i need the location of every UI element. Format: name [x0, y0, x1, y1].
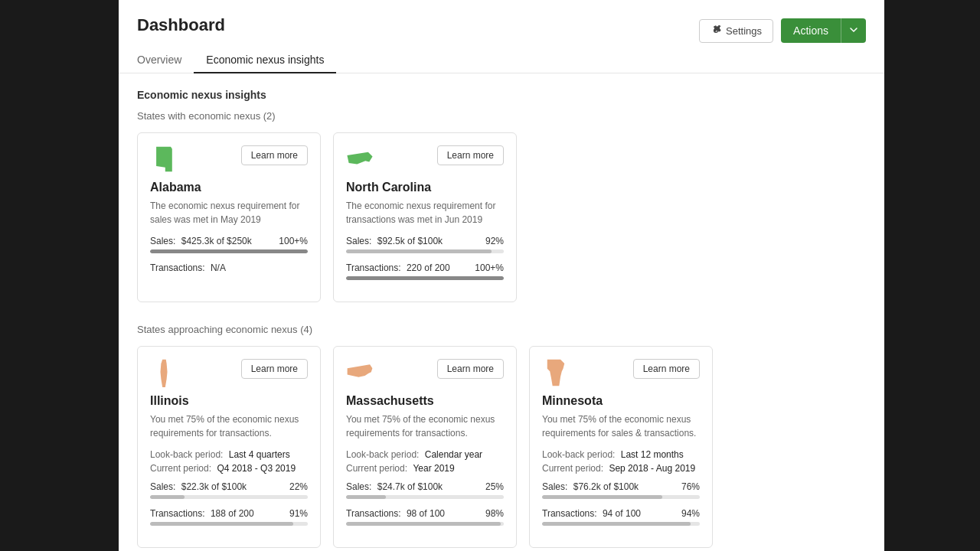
mass-sales-pct: 25%: [485, 481, 504, 492]
alabama-learn-more-button[interactable]: Learn more: [241, 145, 308, 165]
card-nc-header: Learn more: [346, 145, 504, 173]
alabama-trans-row: Transactions: N/A: [150, 262, 308, 273]
mass-name: Massachusetts: [346, 394, 504, 408]
nc-state-icon: [346, 145, 374, 173]
actions-dropdown-button[interactable]: [841, 18, 866, 43]
nc-trans-row: Transactions: 220 of 200 100+%: [346, 262, 504, 273]
nexus-cards-grid: Learn more Alabama The economic nexus re…: [137, 132, 866, 302]
mass-sales-fill: [346, 495, 386, 499]
header-actions: Settings Actions: [699, 15, 866, 43]
mn-trans-progress: [542, 522, 700, 526]
card-alabama-header: Learn more: [150, 145, 308, 173]
illinois-trans-row: Transactions: 188 of 200 91%: [150, 508, 308, 519]
illinois-trans-label: Transactions: 188 of 200: [150, 508, 254, 519]
actions-button[interactable]: Actions: [781, 18, 841, 43]
mn-trans-fill: [542, 522, 691, 526]
mass-trans-pct: 98%: [485, 508, 504, 519]
mn-learn-more-button[interactable]: Learn more: [633, 359, 700, 379]
chevron-down-icon: [849, 25, 858, 34]
mass-state-icon: [346, 359, 374, 386]
alabama-state-icon: [150, 145, 178, 173]
header: Dashboard Overview Economic nexus insigh…: [119, 0, 884, 73]
mass-trans-fill: [346, 522, 501, 526]
header-left: Dashboard Overview Economic nexus insigh…: [137, 15, 699, 73]
alabama-sales-progress: [150, 249, 308, 253]
nc-sales-progress: [346, 249, 504, 253]
mn-current: Current period: Sep 2018 - Aug 2019: [542, 463, 700, 474]
gear-icon: [710, 25, 721, 36]
illinois-sales-progress: [150, 495, 308, 499]
mass-learn-more-button[interactable]: Learn more: [437, 359, 504, 379]
card-illinois: Learn more Illinois You met 75% of the e…: [137, 346, 321, 548]
card-north-carolina: Learn more North Carolina The economic n…: [333, 132, 517, 302]
card-minnesota: Learn more Minnesota You met 75% of the …: [529, 346, 713, 548]
nc-desc: The economic nexus requirement for trans…: [346, 199, 504, 227]
mn-trans-row: Transactions: 94 of 100 94%: [542, 508, 700, 519]
mass-desc: You met 75% of the economic nexus requir…: [346, 412, 504, 440]
alabama-trans-label: Transactions: N/A: [150, 262, 226, 273]
card-mass-header: Learn more: [346, 359, 504, 386]
mn-sales-fill: [542, 495, 662, 499]
mass-trans-row: Transactions: 98 of 100 98%: [346, 508, 504, 519]
mass-sales-row: Sales: $24.7k of $100k 25%: [346, 481, 504, 492]
card-massachusetts: Learn more Massachusetts You met 75% of …: [333, 346, 517, 548]
nc-sales-fill: [346, 249, 492, 253]
minnesota-state-icon: [542, 359, 570, 386]
nc-sales-pct: 92%: [485, 236, 504, 246]
nc-trans-label: Transactions: 220 of 200: [346, 262, 450, 273]
alabama-sales-fill: [150, 249, 308, 253]
tab-economic-nexus[interactable]: Economic nexus insights: [194, 47, 336, 73]
nc-trans-progress: [346, 276, 504, 280]
illinois-learn-more-button[interactable]: Learn more: [241, 359, 308, 379]
mass-lookback: Look-back period: Calendar year: [346, 449, 504, 460]
nc-learn-more-button[interactable]: Learn more: [437, 145, 504, 165]
settings-label: Settings: [726, 25, 762, 37]
mn-trans-label: Transactions: 94 of 100: [542, 508, 641, 519]
mn-sales-pct: 76%: [681, 481, 700, 492]
alabama-name: Alabama: [150, 181, 308, 194]
illinois-trans-progress: [150, 522, 308, 526]
alabama-desc: The economic nexus requirement for sales…: [150, 199, 308, 227]
approaching-cards-grid: Learn more Illinois You met 75% of the e…: [137, 346, 866, 551]
mn-name: Minnesota: [542, 394, 700, 408]
illinois-lookback: Look-back period: Last 4 quarters: [150, 449, 308, 460]
tab-overview[interactable]: Overview: [137, 47, 194, 73]
nc-sales-label: Sales: $92.5k of $100k: [346, 236, 443, 246]
mn-trans-pct: 94%: [681, 508, 700, 519]
alabama-sales-label: Sales: $425.3k of $250k: [150, 236, 252, 246]
illinois-trans-fill: [150, 522, 293, 526]
card-illinois-header: Learn more: [150, 359, 308, 386]
tabs: Overview Economic nexus insights: [137, 47, 699, 73]
mn-sales-progress: [542, 495, 700, 499]
illinois-desc: You met 75% of the economic nexus requir…: [150, 412, 308, 440]
mn-lookback: Look-back period: Last 12 months: [542, 449, 700, 460]
card-alabama: Learn more Alabama The economic nexus re…: [137, 132, 321, 302]
mass-current: Current period: Year 2019: [346, 463, 504, 474]
illinois-sales-label: Sales: $22.3k of $100k: [150, 481, 247, 492]
mass-sales-label: Sales: $24.7k of $100k: [346, 481, 443, 492]
nc-name: North Carolina: [346, 181, 504, 194]
nc-sales-row: Sales: $92.5k of $100k 92%: [346, 236, 504, 246]
illinois-sales-row: Sales: $22.3k of $100k 22%: [150, 481, 308, 492]
illinois-sales-fill: [150, 495, 185, 499]
main-section-title: Economic nexus insights: [137, 89, 866, 101]
alabama-sales-pct: 100+%: [279, 236, 308, 246]
illinois-trans-pct: 91%: [289, 508, 308, 519]
nc-trans-fill: [346, 276, 504, 280]
mn-sales-row: Sales: $76.2k of $100k 76%: [542, 481, 700, 492]
mass-sales-progress: [346, 495, 504, 499]
illinois-sales-pct: 22%: [289, 481, 308, 492]
illinois-name: Illinois: [150, 394, 308, 408]
nexus-subtitle: States with economic nexus (2): [137, 110, 866, 122]
mass-trans-label: Transactions: 98 of 100: [346, 508, 445, 519]
card-mn-header: Learn more: [542, 359, 700, 386]
illinois-current: Current period: Q4 2018 - Q3 2019: [150, 463, 308, 474]
illinois-state-icon: [150, 359, 178, 386]
page-title: Dashboard: [137, 15, 699, 35]
alabama-sales-row: Sales: $425.3k of $250k 100+%: [150, 236, 308, 246]
settings-button[interactable]: Settings: [699, 19, 773, 43]
mn-desc: You met 75% of the economic nexus requir…: [542, 412, 700, 440]
content: Economic nexus insights States with econ…: [119, 73, 884, 551]
mn-sales-label: Sales: $76.2k of $100k: [542, 481, 639, 492]
actions-button-group: Actions: [781, 18, 866, 43]
